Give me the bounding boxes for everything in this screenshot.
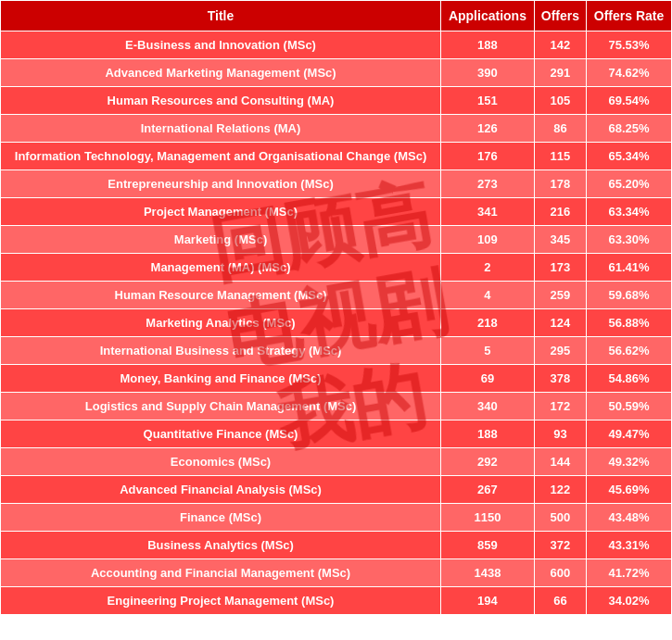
table-cell: 49.32% [587, 448, 672, 476]
col-title: Title [1, 1, 441, 31]
table-cell: 43.48% [587, 504, 672, 532]
table-cell: 378 [534, 365, 586, 393]
table-cell: Marketing Analytics (MSc) [1, 309, 441, 337]
table-row: Engineering Project Management (MSc)1946… [1, 587, 672, 615]
table-cell: 93 [534, 420, 586, 448]
table-cell: 2 [441, 254, 535, 282]
table-cell: Advanced Marketing Management (MSc) [1, 59, 441, 87]
table-cell: 74.62% [587, 59, 672, 87]
table-cell: 345 [534, 226, 586, 254]
table-row: Quantitative Finance (MSc)1889349.47% [1, 420, 672, 448]
table-cell: Logistics and Supply Chain Management (M… [1, 393, 441, 420]
table-cell: 59.68% [587, 282, 672, 309]
table-cell: 63.34% [587, 198, 672, 226]
table-cell: 109 [441, 226, 535, 254]
table-row: International Business and Strategy (MSc… [1, 337, 672, 365]
table-row: Project Management (MSc)34121663.34% [1, 198, 672, 226]
table-cell: 218 [441, 309, 535, 337]
table-row: E-Business and Innovation (MSc)18814275.… [1, 31, 672, 59]
table-cell: 65.34% [587, 143, 672, 170]
table-cell: 49.47% [587, 420, 672, 448]
table-cell: 172 [534, 393, 586, 420]
table-cell: Human Resources and Consulting (MA) [1, 87, 441, 115]
table-cell: Advanced Financial Analysis (MSc) [1, 476, 441, 504]
table-cell: 600 [534, 559, 586, 587]
table-cell: Money, Banking and Finance (MSc) [1, 365, 441, 393]
table-cell: 56.88% [587, 309, 672, 337]
table-cell: Economics (MSc) [1, 448, 441, 476]
table-row: Human Resources and Consulting (MA)15110… [1, 87, 672, 115]
table-cell: Human Resource Management (MSc) [1, 282, 441, 309]
table-cell: 176 [441, 143, 535, 170]
table-row: Finance (MSc)115050043.48% [1, 504, 672, 532]
table-cell: 61.41% [587, 254, 672, 282]
table-cell: 105 [534, 87, 586, 115]
table-cell: 63.30% [587, 226, 672, 254]
table-cell: 75.53% [587, 31, 672, 59]
table-cell: 142 [534, 31, 586, 59]
table-cell: 1438 [441, 559, 535, 587]
table-cell: Entrepreneurship and Innovation (MSc) [1, 170, 441, 198]
table-row: Economics (MSc)29214449.32% [1, 448, 672, 476]
table-cell: 34.02% [587, 587, 672, 615]
table-row: Advanced Marketing Management (MSc)39029… [1, 59, 672, 87]
table-cell: 65.20% [587, 170, 672, 198]
table-cell: 54.86% [587, 365, 672, 393]
table-cell: 259 [534, 282, 586, 309]
table-cell: International Relations (MA) [1, 115, 441, 143]
table-cell: 86 [534, 115, 586, 143]
table-row: Money, Banking and Finance (MSc)6937854.… [1, 365, 672, 393]
col-offers: Offers [534, 1, 586, 31]
table-row: Advanced Financial Analysis (MSc)2671224… [1, 476, 672, 504]
table-row: Marketing Analytics (MSc)21812456.88% [1, 309, 672, 337]
table-cell: 50.59% [587, 393, 672, 420]
table-cell: 267 [441, 476, 535, 504]
table-cell: Finance (MSc) [1, 504, 441, 532]
table-row: Logistics and Supply Chain Management (M… [1, 393, 672, 420]
table-cell: 372 [534, 532, 586, 559]
table-row: Accounting and Financial Management (MSc… [1, 559, 672, 587]
table-cell: 340 [441, 393, 535, 420]
table-cell: 188 [441, 420, 535, 448]
table-cell: 41.72% [587, 559, 672, 587]
table-cell: 126 [441, 115, 535, 143]
table-cell: Project Management (MSc) [1, 198, 441, 226]
table-cell: Business Analytics (MSc) [1, 532, 441, 559]
table-cell: 43.31% [587, 532, 672, 559]
table-cell: 66 [534, 587, 586, 615]
table-cell: 151 [441, 87, 535, 115]
table-cell: Marketing (MSc) [1, 226, 441, 254]
table-cell: 273 [441, 170, 535, 198]
col-applications: Applications [441, 1, 535, 31]
table-cell: Management (MA) (MSc) [1, 254, 441, 282]
table-cell: E-Business and Innovation (MSc) [1, 31, 441, 59]
table-cell: 859 [441, 532, 535, 559]
table-row: Entrepreneurship and Innovation (MSc)273… [1, 170, 672, 198]
table-cell: 5 [441, 337, 535, 365]
table-cell: 500 [534, 504, 586, 532]
table-row: Human Resource Management (MSc)425959.68… [1, 282, 672, 309]
table-cell: 122 [534, 476, 586, 504]
table-cell: 173 [534, 254, 586, 282]
table-cell: 188 [441, 31, 535, 59]
table-cell: 69 [441, 365, 535, 393]
table-cell: 69.54% [587, 87, 672, 115]
table-cell: Accounting and Financial Management (MSc… [1, 559, 441, 587]
table-row: Management (MA) (MSc)217361.41% [1, 254, 672, 282]
table-cell: 56.62% [587, 337, 672, 365]
col-offers-rate: Offers Rate [587, 1, 672, 31]
data-table: Title Applications Offers Offers Rate E-… [0, 0, 672, 615]
table-cell: 291 [534, 59, 586, 87]
table-cell: 124 [534, 309, 586, 337]
table-cell: 4 [441, 282, 535, 309]
table-row: Business Analytics (MSc)85937243.31% [1, 532, 672, 559]
table-cell: 144 [534, 448, 586, 476]
table-cell: International Business and Strategy (MSc… [1, 337, 441, 365]
table-cell: 1150 [441, 504, 535, 532]
table-row: Marketing (MSc)10934563.30% [1, 226, 672, 254]
table-cell: 341 [441, 198, 535, 226]
table-cell: 194 [441, 587, 535, 615]
table-cell: 115 [534, 143, 586, 170]
table-row: International Relations (MA)1268668.25% [1, 115, 672, 143]
table-cell: 216 [534, 198, 586, 226]
